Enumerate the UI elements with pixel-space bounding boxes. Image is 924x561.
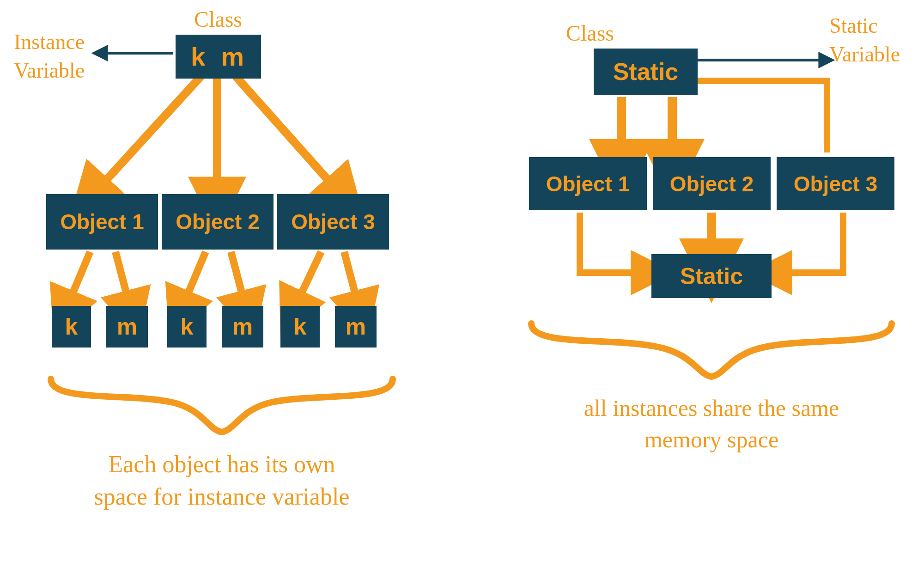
left-o1-m: m: [106, 306, 148, 348]
left-object-3: Object 3: [277, 194, 389, 250]
right-side-label: Static Variable: [829, 12, 922, 69]
left-o3-m: m: [335, 306, 377, 348]
left-brace: [51, 379, 393, 432]
left-obj2-to-k: [187, 252, 206, 296]
left-obj3-to-k: [300, 252, 321, 296]
left-obj2-to-m: [231, 252, 243, 296]
left-class-to-obj1: [104, 76, 201, 183]
right-obj3-to-static: [788, 213, 843, 273]
left-o2-k: k: [167, 306, 207, 348]
left-obj1-to-k: [72, 252, 90, 296]
left-obj3-to-m: [344, 252, 356, 296]
right-object-1: Object 1: [529, 157, 647, 210]
left-object-1: Object 1: [46, 194, 158, 250]
right-class-label: Class: [566, 18, 614, 49]
right-shared-static: Static: [651, 254, 772, 298]
left-o1-k: k: [52, 306, 91, 348]
left-object-2: Object 2: [162, 194, 274, 250]
right-obj1-to-static: [580, 213, 635, 273]
right-caption: all instances share the same memory spac…: [527, 393, 896, 455]
class-var-m: m: [221, 42, 246, 72]
left-class-to-obj3: [236, 76, 330, 183]
left-o3-k: k: [280, 306, 320, 348]
class-var-k: k: [191, 42, 207, 72]
right-object-2: Object 2: [653, 157, 771, 210]
left-obj1-to-m: [116, 252, 127, 296]
right-object-3: Object 3: [777, 157, 894, 210]
right-class-to-obj3: [695, 81, 827, 152]
left-class-box: k m: [176, 35, 261, 79]
left-caption: Each object has its own space for instan…: [60, 448, 383, 513]
left-class-label: Class: [194, 5, 242, 35]
left-side-label: Instance Variable: [14, 28, 111, 85]
right-brace: [531, 323, 892, 377]
left-o2-m: m: [222, 306, 263, 348]
right-class-box: Static: [594, 49, 698, 95]
